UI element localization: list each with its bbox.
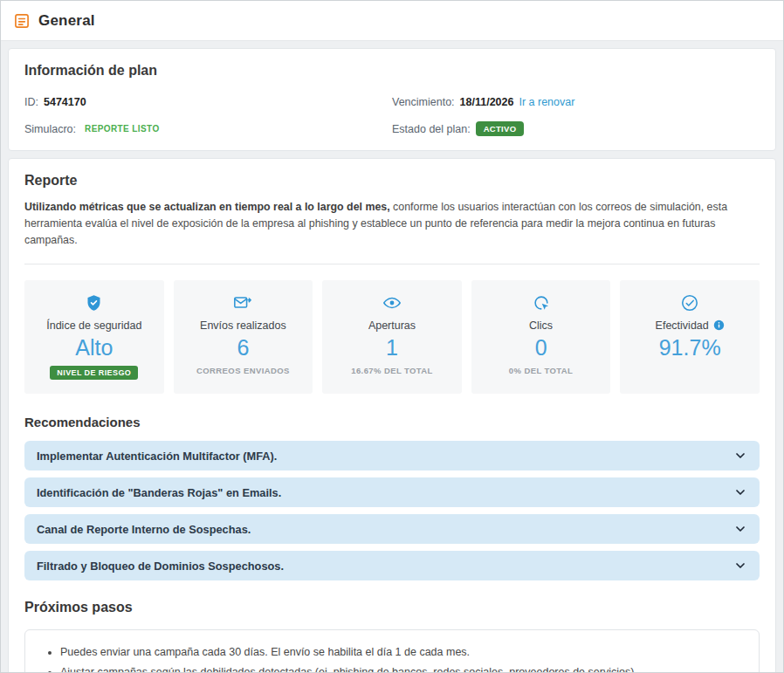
metric-tile-envios: Envíos realizados 6 CORREOS ENVIADOS — [174, 280, 313, 395]
recommendation-label: Identificación de "Banderas Rojas" en Em… — [37, 486, 281, 499]
report-title: Reporte — [24, 173, 760, 189]
next-steps-box: Puedes enviar una campaña cada 30 días. … — [24, 629, 760, 673]
divider — [24, 264, 760, 264]
report-intro-bold: Utilizando métricas que se actualizan en… — [24, 201, 390, 213]
plan-id-value: 5474170 — [44, 96, 86, 108]
chevron-down-icon[interactable] — [733, 559, 747, 573]
metric-value: 91.7% — [659, 335, 721, 361]
metric-tile-aperturas: Aperturas 1 16.67% DEL TOTAL — [322, 280, 462, 395]
recommendations-list: Implementar Autenticación Multifactor (M… — [24, 441, 760, 580]
recommendation-item-canal-reporte[interactable]: Canal de Reporte Interno de Sospechas. — [24, 514, 760, 544]
metric-label: Envíos realizados — [200, 319, 286, 332]
check-circle-icon — [680, 292, 699, 313]
chevron-down-icon[interactable] — [733, 485, 747, 499]
mail-send-icon — [232, 292, 253, 313]
general-section-icon — [13, 12, 31, 30]
chevron-down-icon[interactable] — [733, 449, 747, 463]
metric-value: 6 — [237, 335, 249, 361]
recommendation-item-mfa[interactable]: Implementar Autenticación Multifactor (M… — [24, 441, 760, 470]
report-ready-status: REPORTE LISTO — [85, 124, 160, 134]
report-intro: Utilizando métricas que se actualizan en… — [24, 199, 760, 250]
renew-link[interactable]: Ir a renovar — [519, 96, 574, 108]
metrics-row: Índice de seguridad Alto NIVEL DE RIESGO… — [24, 280, 760, 395]
shield-icon — [85, 292, 103, 313]
metric-label: Efectividad — [656, 319, 709, 332]
plan-id-label: ID: — [24, 96, 38, 108]
plan-info-grid: ID: 5474170 Vencimiento: 18/11/2026 Ir a… — [24, 96, 760, 136]
recommendation-label: Implementar Autenticación Multifactor (M… — [37, 450, 277, 463]
metric-tile-efectividad: Efectividad 91.7% — [620, 280, 760, 395]
active-badge: ACTIVO — [476, 121, 525, 136]
simulation-label: Simulacro: — [24, 123, 76, 135]
plan-expiry-row: Vencimiento: 18/11/2026 Ir a renovar — [392, 96, 760, 108]
metric-label: Clics — [529, 319, 553, 332]
next-steps-title: Próximos pasos — [24, 600, 760, 615]
risk-level-badge: NIVEL DE RIESGO — [50, 366, 138, 380]
next-step-item: Puedes enviar una campaña cada 30 días. … — [60, 642, 748, 663]
report-card: Reporte Utilizando métricas que se actua… — [8, 158, 776, 673]
recommendation-item-banderas-rojas[interactable]: Identificación de "Banderas Rojas" en Em… — [24, 477, 760, 507]
simulation-status-row: Simulacro: REPORTE LISTO — [24, 121, 392, 136]
plan-expiry-label: Vencimiento: — [392, 96, 455, 108]
eye-icon — [382, 292, 402, 313]
plan-expiry-value: 18/11/2026 — [460, 96, 514, 108]
next-step-item: Ajustar campañas según las debilidades d… — [60, 663, 748, 673]
metric-value: 1 — [386, 335, 398, 361]
page-title: General — [38, 12, 95, 30]
next-steps-list: Puedes enviar una campaña cada 30 días. … — [36, 642, 748, 673]
page: General Información de plan ID: 5474170 … — [0, 0, 784, 673]
recommendations-title: Recomendaciones — [24, 415, 760, 429]
plan-state-row: Estado del plan: ACTIVO — [392, 121, 760, 136]
recommendation-label: Filtrado y Bloqueo de Dominios Sospechos… — [37, 560, 284, 573]
metric-label: Índice de seguridad — [46, 319, 141, 332]
metric-label-row: Efectividad — [656, 319, 725, 332]
metric-sub: 0% DEL TOTAL — [509, 366, 573, 375]
plan-state-label: Estado del plan: — [392, 123, 471, 135]
plan-id-row: ID: 5474170 — [24, 96, 392, 108]
plan-info-card: Información de plan ID: 5474170 Vencimie… — [8, 48, 776, 151]
chevron-down-icon[interactable] — [733, 522, 747, 536]
metric-tile-clics: Clics 0 0% DEL TOTAL — [471, 280, 611, 395]
metric-value: 0 — [535, 335, 547, 361]
recommendation-item-filtrado-dominios[interactable]: Filtrado y Bloqueo de Dominios Sospechos… — [24, 551, 760, 580]
metric-label: Aperturas — [368, 319, 416, 332]
metric-sub: CORREOS ENVIADOS — [196, 366, 290, 375]
metric-value: Alto — [75, 335, 113, 361]
page-header: General — [1, 1, 783, 41]
metric-sub: 16.67% DEL TOTAL — [351, 366, 433, 375]
click-icon — [532, 292, 551, 313]
metric-tile-indice-seguridad: Índice de seguridad Alto NIVEL DE RIESGO — [24, 280, 164, 395]
plan-info-title: Información de plan — [24, 63, 760, 79]
recommendation-label: Canal de Reporte Interno de Sospechas. — [37, 523, 251, 536]
info-icon[interactable] — [713, 319, 725, 331]
